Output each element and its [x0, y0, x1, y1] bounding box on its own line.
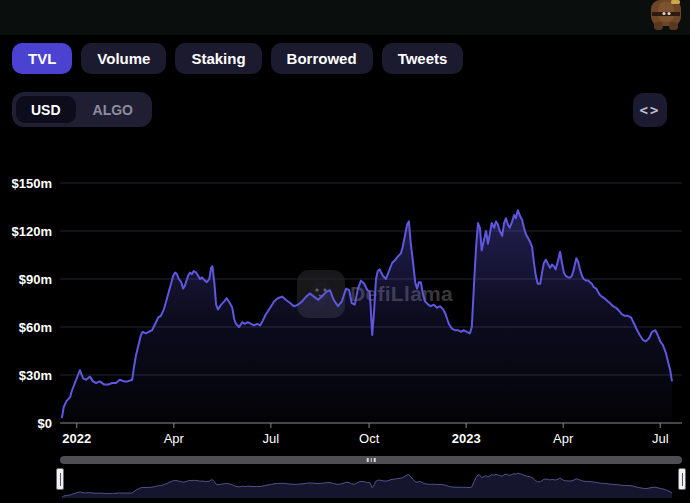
svg-text:2022: 2022 — [62, 431, 91, 446]
tab-borrowed[interactable]: Borrowed — [271, 43, 373, 74]
tab-tvl[interactable]: TVL — [12, 43, 72, 74]
site-header-strip — [0, 0, 690, 35]
svg-text:Apr: Apr — [553, 431, 574, 446]
code-embed-icon: <> — [640, 102, 661, 118]
svg-text:$30m: $30m — [19, 368, 52, 383]
svg-text:$90m: $90m — [19, 272, 52, 287]
currency-option-usd[interactable]: USD — [16, 96, 76, 123]
svg-text:$120m: $120m — [12, 224, 52, 239]
defillama-protocol-chart-page: TVL Volume Staking Borrowed Tweets USD A… — [0, 0, 690, 503]
svg-text:Jul: Jul — [263, 431, 280, 446]
tab-staking[interactable]: Staking — [175, 43, 261, 74]
tab-tweets[interactable]: Tweets — [382, 43, 464, 74]
currency-option-algo[interactable]: ALGO — [78, 96, 148, 123]
brush-handle-left[interactable] — [56, 468, 64, 490]
chart-controls-row: USD ALGO <> — [12, 92, 678, 127]
svg-text:2023: 2023 — [452, 431, 481, 446]
time-range-brush — [60, 452, 682, 502]
svg-text:$60m: $60m — [19, 320, 52, 335]
brush-handle-right[interactable] — [678, 468, 686, 490]
embed-code-button[interactable]: <> — [633, 93, 667, 127]
brush-mini-chart[interactable] — [60, 465, 682, 501]
currency-toggle: USD ALGO — [12, 92, 152, 127]
brush-range-bar[interactable] — [60, 456, 682, 464]
tab-volume[interactable]: Volume — [81, 43, 166, 74]
brush-grip-icon — [367, 458, 376, 462]
bear-mascot-image — [648, 0, 684, 30]
tvl-chart-area: $0$30m$60m$90m$120m$150m2022AprJulOct202… — [0, 152, 690, 452]
svg-text:$150m: $150m — [12, 176, 52, 191]
svg-text:Jul: Jul — [652, 431, 669, 446]
tvl-area-chart[interactable]: $0$30m$60m$90m$120m$150m2022AprJulOct202… — [0, 152, 690, 452]
metric-tabs: TVL Volume Staking Borrowed Tweets — [12, 43, 463, 74]
svg-text:Oct: Oct — [359, 431, 380, 446]
svg-text:Apr: Apr — [164, 431, 185, 446]
svg-text:$0: $0 — [38, 416, 52, 431]
